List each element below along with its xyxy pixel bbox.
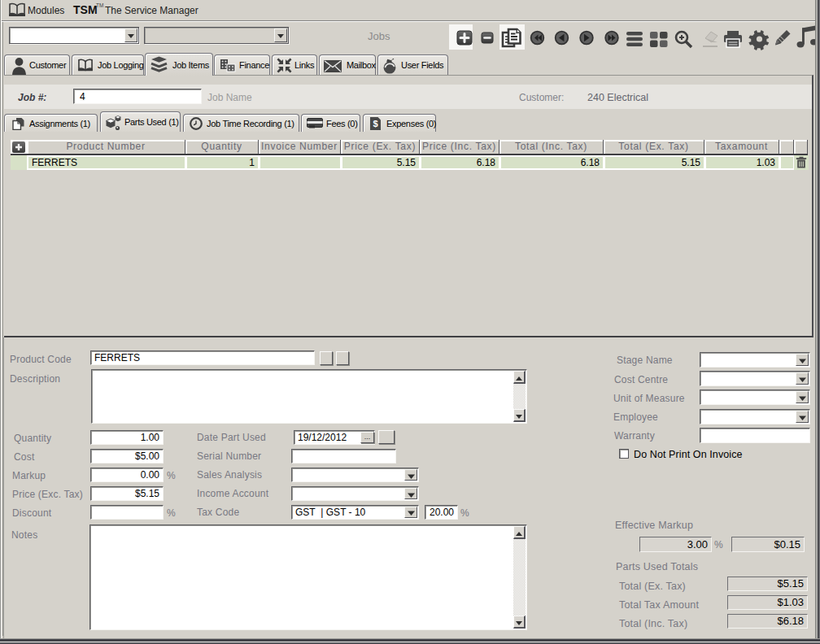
svg-text:$: $ [373,119,377,128]
